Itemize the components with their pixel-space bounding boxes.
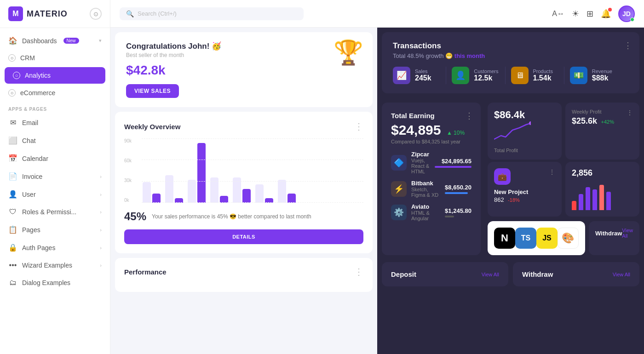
ecommerce-icon: ○	[8, 89, 16, 97]
performance-menu[interactable]: ⋮	[354, 266, 363, 277]
crm-label: CRM	[20, 54, 35, 62]
bitbank-icon: ⚡	[391, 181, 407, 197]
bar-light	[188, 180, 196, 203]
profit-label: Total Profit	[494, 148, 555, 153]
weekly-profit-card: ⋮ Weekly Profit $25.6k +42%	[565, 103, 639, 160]
stat-products: 🖥 Products 1.54k	[511, 67, 564, 84]
congrats-amount: $42.8k	[126, 63, 362, 78]
sidebar-item-invoice[interactable]: 📄 Invoice ›	[0, 167, 110, 185]
sidebar-item-roles[interactable]: 🛡 Roles & Permissi... ›	[0, 203, 110, 221]
sidebar-item-pages[interactable]: 📋 Pages ›	[0, 221, 110, 239]
chevron-icon: ›	[100, 209, 102, 215]
bar-purple	[220, 196, 228, 203]
profit-value: $86.4k	[494, 109, 555, 121]
chevron-icon: ›	[100, 227, 102, 233]
tech-logos-card: N TS JS 🎨	[488, 221, 585, 255]
congrats-title: Congratulations John! 🥳	[126, 41, 362, 51]
new-project-row: ⋮ 💼 New Project 862 -18% 2,856	[488, 162, 639, 217]
congrats-subtitle: Best seller of the month	[126, 52, 362, 58]
email-label: Email	[22, 119, 38, 126]
sidebar-nav: 🏠 Dashboards New ▾ ○ CRM ○ Analytics ○ e…	[0, 28, 110, 295]
sidebar-item-auth[interactable]: 🔒 Auth Pages ›	[0, 239, 110, 257]
sidebar-item-dialog[interactable]: 🗂 Dialog Examples	[0, 274, 110, 291]
apps-pages-label: APPS & PAGES	[0, 101, 110, 114]
withdraw-bottom-view-all[interactable]: View All	[613, 272, 630, 277]
user-avatar[interactable]: JD	[618, 6, 635, 22]
transactions-card: ⋮ Transactions Total 48.5% growth 😁 this…	[382, 32, 639, 93]
sidebar-item-email[interactable]: ✉ Email	[0, 114, 110, 131]
np-menu[interactable]: ⋮	[549, 168, 555, 176]
ecommerce-label: eCommerce	[20, 89, 55, 97]
view-sales-button[interactable]: VIEW SALES	[126, 84, 179, 98]
sidebar-item-dashboards[interactable]: 🏠 Dashboards New ▾	[0, 32, 110, 50]
deposit-title: Deposit	[391, 270, 416, 278]
calendar-label: Calendar	[22, 155, 48, 162]
translate-icon[interactable]: A↔	[552, 10, 564, 18]
dashboards-label: Dashboards	[22, 37, 57, 45]
roles-icon: 🛡	[8, 208, 17, 216]
notification-dot	[608, 8, 612, 11]
analytics-label: Analytics	[25, 72, 51, 79]
search-bar[interactable]: 🔍 Search (Ctrl+/)	[120, 7, 304, 20]
sidebar-item-ecommerce[interactable]: ○ eCommerce	[0, 85, 110, 101]
sidebar: M MATERIO ⊙ 🏠 Dashboards New ▾ ○ CRM ○ A…	[0, 0, 110, 354]
zipcar-icon: 🔷	[391, 155, 407, 171]
deposit-view-all[interactable]: View All	[482, 272, 499, 277]
header-icons: A↔ ☀ ⊞ 🔔 JD	[552, 6, 635, 22]
customers-icon: 👤	[452, 67, 469, 84]
details-button[interactable]: DETAILS	[124, 229, 363, 244]
products-icon: 🖥	[511, 67, 529, 84]
stat-revenue: 💵 Revenue $88k	[570, 67, 623, 84]
logo-icon: M	[8, 6, 23, 21]
dialog-label: Dialog Examples	[22, 279, 70, 286]
sidebar-item-user[interactable]: 👤 User ›	[0, 185, 110, 203]
sidebar-toggle-icon[interactable]: ⊙	[90, 8, 102, 20]
profit-row: $86.4k Total Profit ⋮	[488, 103, 639, 160]
stat-customers: 👤 Customers 12.5k	[452, 67, 505, 84]
weekly-profit-menu[interactable]: ⋮	[627, 109, 633, 116]
chevron-icon: ›	[100, 192, 102, 197]
bar-purple	[265, 198, 273, 203]
sidebar-item-wizard[interactable]: ••• Wizard Examples ›	[0, 257, 110, 274]
earning-amount: $24,895	[391, 122, 441, 137]
figma-logo: 🎨	[558, 228, 579, 249]
withdraw-view-all[interactable]: View All	[622, 228, 633, 239]
np-change: -18%	[508, 197, 520, 203]
sidebar-item-crm[interactable]: ○ CRM	[0, 50, 110, 66]
profit-line-chart	[494, 121, 531, 144]
gridline	[142, 138, 363, 139]
bar-light	[165, 175, 173, 203]
auth-icon: 🔒	[8, 243, 17, 252]
roles-label: Roles & Permissi...	[22, 208, 76, 216]
mini-top-value: 2,856	[572, 168, 633, 178]
grid-icon[interactable]: ⊞	[586, 9, 593, 19]
crm-icon: ○	[8, 54, 16, 62]
notification-icon[interactable]: 🔔	[601, 9, 611, 19]
deposit-row: Deposit View All Withdraw View All	[377, 260, 644, 291]
bottom-mini-row: N TS JS 🎨 Withdraw View All	[488, 221, 639, 255]
transactions-menu[interactable]: ⋮	[624, 40, 632, 51]
earning-menu[interactable]: ⋮	[465, 111, 473, 121]
bar-group-2	[165, 175, 183, 203]
user-label: User	[22, 191, 36, 198]
weekly-menu-button[interactable]: ⋮	[354, 121, 363, 132]
right-sub-column: $86.4k Total Profit ⋮	[485, 98, 644, 260]
email-icon: ✉	[8, 118, 17, 127]
sidebar-item-calendar[interactable]: 📅 Calendar	[0, 149, 110, 167]
trophy-icon: 🏆	[334, 39, 363, 67]
sales-icon: 📈	[393, 67, 410, 84]
sidebar-item-chat[interactable]: ⬜ Chat	[0, 131, 110, 149]
profit-chart-card: $86.4k Total Profit	[488, 103, 562, 160]
transactions-stats: 📈 Sales 245k 👤 Customers 12.5k	[393, 67, 628, 84]
congrats-card: Congratulations John! 🥳 Best seller of t…	[115, 32, 373, 107]
bar-purple	[197, 143, 206, 203]
theme-icon[interactable]: ☀	[572, 9, 579, 19]
bar-group-3	[188, 143, 206, 203]
bar-light	[143, 182, 151, 203]
bar-light	[278, 180, 286, 203]
weekly-profit-value: $25.6k	[572, 116, 597, 126]
invoice-icon: 📄	[8, 172, 17, 181]
transactions-subtitle: Total 48.5% growth 😁 this month	[393, 52, 628, 59]
left-column: Congratulations John! 🥳 Best seller of t…	[110, 28, 377, 354]
sidebar-item-analytics[interactable]: ○ Analytics	[5, 67, 105, 84]
